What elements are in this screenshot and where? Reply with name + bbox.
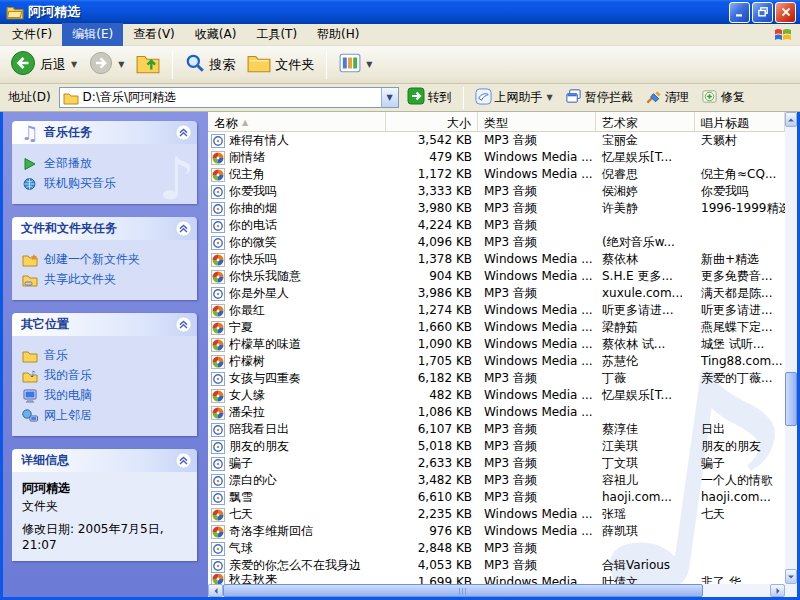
file-artist: 苏慧伦 [596,353,695,370]
collapse-chevron-icon[interactable] [175,220,192,237]
file-row[interactable]: 你抽的烟3,980 KBMP3 音频许美静1996-1999精选 [208,200,785,217]
scroll-down-button[interactable] [785,569,797,584]
menu-item-file[interactable]: 文件(F) [2,23,62,46]
menu-item-favorites[interactable]: 收藏(A) [185,23,247,46]
file-row[interactable]: 你快乐我随意904 KBWindows Media ...S.H.E 更多...… [208,268,785,285]
horizontal-scroll-thumb[interactable] [223,584,703,597]
file-row[interactable]: 柠檬草的味道1,090 KBWindows Media ...蔡依林 试...城… [208,336,785,353]
scroll-right-button[interactable] [770,584,785,597]
file-row[interactable]: 潘朵拉1,086 KBWindows Media ... [208,404,785,421]
file-row[interactable]: 女人缘482 KBWindows Media ...忆星娱乐[T... [208,387,785,404]
web-assistant-dropdown-icon[interactable]: ▼ [547,93,553,102]
file-album [695,540,785,557]
file-row[interactable]: 你快乐吗1,378 KBWindows Media ...蔡依林新曲+精选 [208,251,785,268]
menu-item-edit[interactable]: 编辑(E) [62,23,123,46]
file-type: MP3 音频 [478,370,596,387]
task-item-my-computer[interactable]: 我的电脑 [22,387,193,404]
file-type: MP3 音频 [478,540,596,557]
pause-block-button[interactable]: 暂停拦截 [561,87,637,109]
web-assistant-button[interactable]: 上网助手 ▼ [471,87,557,109]
file-name-cell: 倪主角 [208,166,386,183]
task-item-share-folder[interactable]: 共享此文件夹 [22,271,193,288]
file-row[interactable]: 陪我看日出6,107 KBMP3 音频蔡淳佳日出 [208,421,785,438]
minimize-button[interactable] [729,2,750,23]
file-row[interactable]: 气球2,848 KBMP3 音频 [208,540,785,557]
file-row[interactable]: 女孩与四重奏6,182 KBMP3 音频丁薇亲爱的丁薇... [208,370,785,387]
file-name: 亲爱的你怎么不在我身边 [229,557,361,574]
file-type: Windows Media ... [478,353,596,370]
file-type: Windows Media ... [478,523,596,540]
file-row[interactable]: 飘雪6,610 KBMP3 音频haoji.com...haoji.com... [208,489,785,506]
close-button[interactable] [775,2,796,23]
panel-header-other-places[interactable]: 其它位置 [12,313,197,336]
folders-button[interactable]: 文件夹 [243,51,318,78]
file-row[interactable]: 秋去秋来1,699 KBWindows Media ...叶倩文非了 华 [208,574,785,584]
task-item-music[interactable]: 音乐 [22,347,193,364]
mp3-file-icon [211,202,225,216]
forward-button[interactable]: ▼ [85,49,128,80]
views-button[interactable]: ▼ [335,51,376,78]
restore-button[interactable] [752,2,773,23]
go-button[interactable]: 转到 [403,86,456,109]
horizontal-scrollbar[interactable] [208,584,785,597]
file-row[interactable]: 倪主角1,172 KBWindows Media ...倪睿思倪主角≈CQ... [208,166,785,183]
file-row[interactable]: 亲爱的你怎么不在我身边4,053 KBMP3 音频合辑Various [208,557,785,574]
collapse-chevron-icon[interactable] [175,452,192,469]
file-row[interactable]: 漂白的心3,482 KBMP3 音频容祖儿一个人的情歌 [208,472,785,489]
vertical-scroll-thumb[interactable] [785,372,797,426]
file-row[interactable]: 闹情绪479 KBWindows Media ...忆星娱乐[T... [208,149,785,166]
column-header-type[interactable]: 类型 [478,112,596,131]
file-row[interactable]: 奇洛李维斯回信976 KBWindows Media ...薛凯琪 [208,523,785,540]
menu-item-help[interactable]: 帮助(H) [307,23,369,46]
task-item-my-network[interactable]: 网上邻居 [22,407,193,424]
collapse-chevron-icon[interactable] [175,316,192,333]
search-button[interactable]: 搜索 [181,51,239,78]
task-item-my-music[interactable]: ♪我的音乐 [22,367,193,384]
file-row[interactable]: 你爱我吗3,333 KBMP3 音频侯湘婷你爱我吗 [208,183,785,200]
panel-header-file-folder-tasks[interactable]: 文件和文件夹任务 [12,217,197,240]
menu-item-view[interactable]: 查看(V) [123,23,185,46]
address-input[interactable]: D:\音乐\阿珂精选 ▼ [59,87,399,108]
file-size: 1,274 KB [386,302,478,319]
task-item-label: 网上邻居 [44,407,92,424]
panel-header-music-tasks[interactable]: ♫音乐任务 [12,121,197,144]
file-row[interactable]: 你最红1,274 KBWindows Media ...听更多请进...听更多请… [208,302,785,319]
repair-button[interactable]: 修复 [697,87,749,109]
file-type: MP3 音频 [478,217,596,234]
back-dropdown-icon[interactable]: ▼ [71,60,77,69]
file-row[interactable]: 朋友的朋友5,018 KBMP3 音频江美琪朋友的朋友 [208,438,785,455]
file-row[interactable]: 宁夏1,660 KBWindows Media ...梁静茹燕尾蝶下定... [208,319,785,336]
scroll-up-button[interactable] [785,112,797,127]
task-item-new-folder[interactable]: 创建一个新文件夹 [22,251,193,268]
file-row[interactable]: 柠檬树1,705 KBWindows Media ...苏慧伦Ting88.co… [208,353,785,370]
menu-item-tools[interactable]: 工具(T) [246,23,307,46]
address-dropdown-button[interactable]: ▼ [381,88,398,107]
mp3-file-icon [211,219,225,233]
column-header-size[interactable]: 大小 [386,112,478,131]
file-row[interactable]: 你的电话4,224 KBMP3 音频 [208,217,785,234]
file-name: 你最红 [229,302,265,319]
back-button[interactable]: 后退 ▼ [6,48,81,81]
up-button[interactable] [132,50,164,79]
menubar: 文件(F)编辑(E)查看(V)收藏(A)工具(T)帮助(H) [0,24,800,46]
views-dropdown-icon[interactable]: ▼ [366,60,372,69]
column-header-album[interactable]: 唱片标题 [695,112,785,131]
file-row[interactable]: 难得有情人3,542 KBMP3 音频宝丽金天籁村 [208,132,785,149]
collapse-chevron-icon[interactable] [175,124,192,141]
vertical-scrollbar[interactable] [785,112,797,584]
wma-file-icon [211,525,225,539]
task-item-label: 音乐 [44,347,68,364]
forward-dropdown-icon[interactable]: ▼ [118,60,124,69]
file-name-cell: 你的电话 [208,217,386,234]
file-row[interactable]: 你的微笑4,096 KBMP3 音频(绝对音乐w... [208,234,785,251]
file-row[interactable]: 你是外星人3,986 KBMP3 音频xuxule.com...满天都是陈... [208,285,785,302]
scroll-left-button[interactable] [208,584,223,597]
file-row[interactable]: 骗子2,633 KBMP3 音频丁文琪骗子 [208,455,785,472]
clean-button[interactable]: 清理 [641,87,693,109]
panel-header-details[interactable]: 详细信息 [12,449,197,472]
task-item-play-all[interactable]: 全部播放 [22,155,193,172]
column-header-artist[interactable]: 艺术家 [596,112,695,131]
column-header-name[interactable]: 名称▲ [208,112,386,131]
file-row[interactable]: 七天2,235 KBWindows Media ...张瑶七天 [208,506,785,523]
task-item-shop-online[interactable]: 联机购买音乐 [22,175,193,192]
